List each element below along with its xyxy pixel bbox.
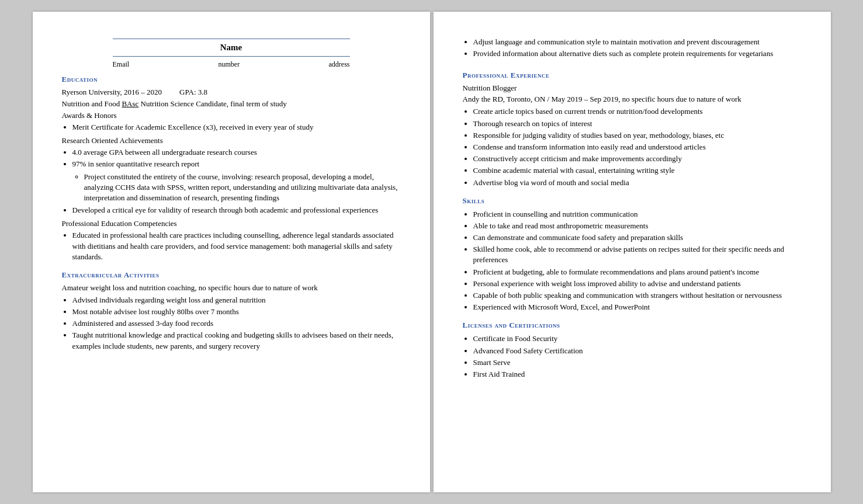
list-item: Personal experience with weight loss imp…	[473, 279, 802, 289]
list-item: Taught nutritional knowledge and practic…	[72, 330, 401, 351]
list-item: Developed a critical eye for validity of…	[72, 205, 401, 215]
list-item: Experienced with Microsoft Word, Excel, …	[473, 302, 802, 312]
competencies-list: Educated in professional health care pra…	[62, 230, 401, 262]
research-list: 4.0 average GPA between all undergraduat…	[62, 147, 401, 215]
contact-row: Email number address	[113, 60, 350, 69]
list-item: Skilled home cook, able to recommend or …	[473, 244, 802, 265]
research-label: Research Oriented Achievements	[62, 136, 401, 145]
skills-title: Skills	[463, 196, 802, 206]
list-item: Advanced Food Safety Certification	[473, 346, 802, 356]
company-info: Andy the RD, Toronto, ON / May 2019 – Se…	[463, 95, 802, 104]
university-row: Ryerson University, 2016 – 2020 GPA: 3.8	[62, 88, 401, 97]
extracurricular-section: Extracurricular Activities Amateur weigh…	[62, 270, 401, 352]
list-item: Able to take and read most anthropometri…	[473, 221, 802, 231]
list-item: Constructively accept criticism and make…	[473, 154, 802, 164]
education-section: Education Ryerson University, 2016 – 202…	[62, 75, 401, 262]
job-title: Nutrition Blogger	[463, 84, 802, 93]
skills-list: Proficient in counselling and nutrition …	[463, 209, 802, 313]
skills-section: Skills Proficient in counselling and nut…	[463, 196, 802, 313]
phone-field: number	[219, 60, 240, 69]
list-item: Provided information about alternative d…	[473, 48, 802, 59]
list-item: Educated in professional health care pra…	[72, 230, 401, 262]
gpa-value: GPA: 3.8	[179, 88, 207, 97]
list-item: Smart Serve	[473, 357, 802, 368]
list-item: 4.0 average GPA between all undergraduat…	[72, 147, 401, 158]
list-item: Condense and transform information into …	[473, 142, 802, 152]
extracurricular-list: Advised individuals regarding weight los…	[62, 295, 401, 352]
list-item: Proficient in counselling and nutrition …	[473, 209, 802, 220]
extracurricular-subtitle: Amateur weight loss and nutrition coachi…	[62, 283, 401, 293]
education-title: Education	[62, 75, 401, 84]
research-sublist: Project constituted the entirety of the …	[72, 172, 401, 204]
list-item: Certificate in Food Security	[473, 333, 802, 344]
extracurricular-title: Extracurricular Activities	[62, 270, 401, 280]
page-1: Name Email number address Education Ryer…	[33, 12, 430, 492]
intro-bullets: Adjust language and communication style …	[463, 37, 802, 59]
list-item: Thorough research on topics of interest	[473, 119, 802, 129]
list-item: Advised individuals regarding weight los…	[72, 295, 401, 305]
list-item: Create article topics based on current t…	[473, 106, 802, 117]
professional-experience-section: Professional Experience Nutrition Blogge…	[463, 71, 802, 187]
university-name: Ryerson University, 2016 – 2020	[62, 88, 162, 97]
list-item: Advertise blog via word of mouth and soc…	[473, 178, 802, 188]
competencies-label: Professional Education Competencies	[62, 219, 401, 228]
page-2: Adjust language and communication style …	[434, 12, 831, 492]
list-item: 97% in senior quantitative research repo…	[72, 159, 401, 203]
pages-container: Name Email number address Education Ryer…	[27, 0, 837, 504]
list-item: Proficient at budgeting, able to formula…	[473, 267, 802, 277]
address-field: address	[328, 60, 349, 69]
program-line: Nutrition and Food BAsc Nutrition Scienc…	[62, 99, 401, 109]
list-item: Administered and assessed 3-day food rec…	[72, 318, 401, 329]
list-item: Combine academic material with casual, e…	[473, 165, 802, 176]
basc-abbr: BAsc	[122, 99, 138, 108]
licenses-section: Licenses and Certifications Certificate …	[463, 321, 802, 380]
list-item: Project constituted the entirety of the …	[84, 172, 401, 204]
professional-list: Create article topics based on current t…	[463, 106, 802, 187]
header-section: Name Email number address	[62, 39, 401, 69]
candidate-name: Name	[62, 43, 401, 53]
awards-label: Awards & Honors	[62, 111, 401, 120]
licenses-title: Licenses and Certifications	[463, 321, 802, 330]
list-item: Can demonstrate and communicate food saf…	[473, 232, 802, 243]
awards-list: Merit Certificate for Academic Excellenc…	[62, 122, 401, 133]
list-item: Merit Certificate for Academic Excellenc…	[72, 122, 401, 133]
header-top-line	[113, 39, 350, 39]
professional-experience-title: Professional Experience	[463, 71, 802, 80]
header-bottom-line	[113, 56, 350, 57]
list-item: Responsible for judging validity of stud…	[473, 130, 802, 141]
list-item: Adjust language and communication style …	[473, 37, 802, 47]
list-item: First Aid Trained	[473, 369, 802, 380]
program-text: Nutrition and Food BAsc Nutrition Scienc…	[62, 99, 287, 108]
list-item: Capable of both public speaking and comm…	[473, 290, 802, 301]
list-item: Most notable advisee lost roughly 80lbs …	[72, 307, 401, 317]
licenses-list: Certificate in Food Security Advanced Fo…	[463, 333, 802, 380]
email-field: Email	[113, 60, 130, 69]
